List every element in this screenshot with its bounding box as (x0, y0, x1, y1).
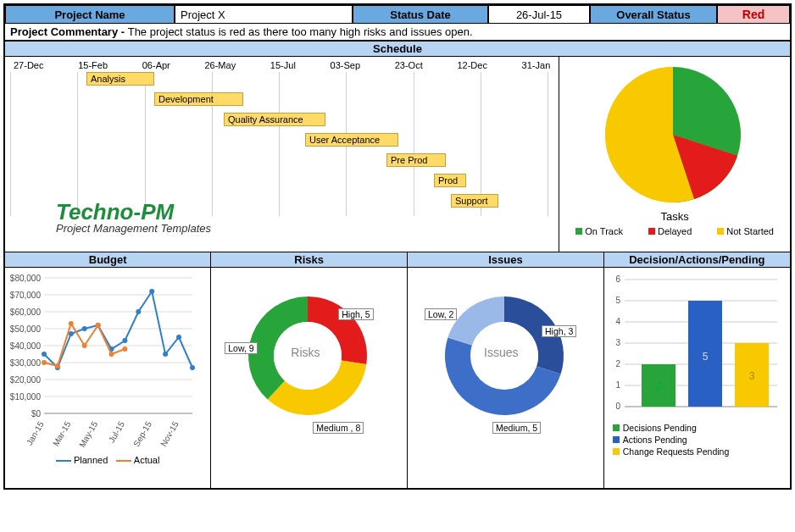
commentary-row: Project Commentary - The project status … (5, 24, 790, 41)
svg-text:Sep-15: Sep-15 (131, 419, 153, 448)
svg-text:3: 3 (748, 370, 754, 382)
risks-center-label: Risks (291, 346, 320, 359)
risks-low-label: Low, 9 (225, 342, 257, 354)
project-name-value[interactable]: Project X (175, 5, 353, 24)
legend-planned: Planned (56, 455, 108, 465)
schedule-row: 27-Dec 15-Feb 06-Apr 26-May 15-Jul 03-Se… (5, 57, 790, 252)
status-date-value[interactable]: 26-Jul-15 (488, 5, 590, 24)
commentary-label: Project Commentary - (10, 25, 128, 38)
svg-text:5: 5 (615, 296, 620, 305)
dashboard-container: Project Name Project X Status Date 26-Ju… (3, 3, 792, 490)
svg-text:Jan-15: Jan-15 (25, 419, 46, 446)
svg-text:$30,000: $30,000 (10, 358, 42, 368)
svg-text:$10,000: $10,000 (10, 392, 42, 402)
gantt-area: AnalysisDevelopmentQuality AssuranceUser… (10, 72, 553, 216)
gantt-date: 12-Dec (457, 60, 486, 70)
svg-point-28 (176, 335, 181, 340)
gantt-bar: Development (154, 92, 243, 106)
svg-text:$60,000: $60,000 (10, 308, 42, 317)
svg-point-18 (42, 352, 47, 357)
gantt-date: 06-Apr (142, 60, 170, 70)
legend-not-started: Not Started (717, 226, 774, 236)
overall-status-value: Red (717, 5, 790, 24)
gantt-date: 15-Jul (270, 60, 296, 70)
issues-medium-label: Medium, 5 (492, 422, 541, 434)
tasks-pie-chart (563, 60, 783, 208)
svg-point-21 (82, 326, 87, 331)
logo-line2: Project Management Templates (56, 222, 211, 235)
risks-title: Risks (211, 252, 407, 268)
svg-point-29 (190, 365, 195, 370)
budget-column: Budget $0 $10,000 $20,000 $30,000 $40,00… (5, 252, 211, 488)
svg-text:5: 5 (702, 351, 708, 363)
legend-actions: Actions Pending (613, 435, 787, 445)
risks-column: Risks Risks High, 5 Mediu (211, 252, 408, 488)
dap-chart: 0 1 2 3 4 5 6 2 5 3 (604, 268, 790, 488)
svg-text:3: 3 (615, 338, 620, 347)
svg-text:$0: $0 (31, 409, 42, 418)
gantt-date: 31-Jan (522, 60, 551, 70)
svg-text:May-15: May-15 (77, 419, 99, 449)
issues-chart: Issues High, 3 Medium, 5 Low, 2 (408, 268, 603, 488)
gantt-bar: Pre Prod (386, 153, 446, 167)
dap-title: Decision/Actions/Pending (604, 252, 790, 268)
project-name-label: Project Name (5, 5, 175, 24)
tasks-pie-pane: Tasks On Track Delayed Not Started (559, 57, 790, 252)
svg-text:2: 2 (615, 359, 620, 369)
svg-point-27 (163, 352, 168, 357)
svg-text:$40,000: $40,000 (10, 341, 42, 351)
svg-text:$50,000: $50,000 (10, 324, 42, 334)
tasks-pie-legend: On Track Delayed Not Started (563, 226, 787, 236)
tasks-pie-title: Tasks (563, 210, 787, 223)
svg-text:2: 2 (655, 380, 661, 392)
gantt-bar: Analysis (86, 72, 154, 86)
svg-text:0: 0 (615, 402, 620, 411)
svg-point-36 (122, 346, 127, 352)
svg-point-26 (149, 289, 154, 294)
issues-high-label: High, 3 (542, 325, 576, 337)
gantt-bar: Support (451, 194, 498, 208)
gantt-date-axis: 27-Dec 15-Feb 06-Apr 26-May 15-Jul 03-Se… (10, 60, 553, 70)
budget-chart: $0 $10,000 $20,000 $30,000 $40,000 $50,0… (5, 268, 210, 488)
svg-text:1: 1 (615, 380, 620, 390)
commentary-text: The project status is red as there too m… (128, 25, 473, 38)
issues-center-label: Issues (484, 346, 518, 359)
status-date-label: Status Date (353, 5, 488, 24)
gantt-bar: Quality Assurance (224, 113, 325, 126)
gantt-bar: User Acceptance (305, 133, 398, 147)
risks-medium-label: Medium , 8 (313, 422, 364, 434)
svg-text:4: 4 (615, 317, 620, 326)
overall-status-label: Overall Status (590, 5, 717, 24)
issues-column: Issues Issues High, 3 Medium, 5 (408, 252, 604, 488)
schedule-title: Schedule (5, 41, 790, 57)
dap-column: Decision/Actions/Pending 0 1 2 (604, 252, 790, 488)
svg-point-31 (55, 363, 60, 369)
issues-low-label: Low, 2 (425, 308, 457, 320)
gantt-bar: Prod (434, 174, 466, 187)
svg-point-35 (109, 352, 114, 357)
svg-point-30 (42, 360, 47, 365)
gantt-chart: 27-Dec 15-Feb 06-Apr 26-May 15-Jul 03-Se… (5, 57, 559, 252)
gantt-date: 27-Dec (14, 60, 43, 70)
issues-title: Issues (408, 252, 603, 268)
svg-point-32 (69, 321, 74, 326)
svg-text:$80,000: $80,000 (10, 274, 42, 283)
header-row: Project Name Project X Status Date 26-Ju… (5, 5, 790, 24)
legend-change-requests: Change Requests Pending (613, 446, 787, 457)
svg-text:6: 6 (615, 274, 620, 284)
svg-text:Nov-15: Nov-15 (158, 419, 181, 448)
legend-delayed: Delayed (648, 226, 692, 236)
svg-point-34 (96, 323, 101, 328)
risks-chart: Risks High, 5 Medium , 8 Low, 9 (211, 268, 407, 488)
techno-pm-logo: Techno-PM Project Management Templates (56, 199, 211, 235)
bottom-row: Budget $0 $10,000 $20,000 $30,000 $40,00… (5, 252, 790, 488)
dap-legend: Decisions Pending Actions Pending Change… (608, 423, 787, 457)
gantt-date: 26-May (204, 60, 236, 70)
svg-text:Jul-15: Jul-15 (107, 419, 126, 444)
svg-text:$20,000: $20,000 (10, 375, 42, 385)
gantt-date: 03-Sep (331, 60, 360, 70)
budget-title: Budget (5, 252, 210, 268)
legend-decisions: Decisions Pending (613, 423, 787, 433)
gantt-date: 23-Oct (395, 60, 423, 70)
svg-point-33 (82, 343, 87, 348)
